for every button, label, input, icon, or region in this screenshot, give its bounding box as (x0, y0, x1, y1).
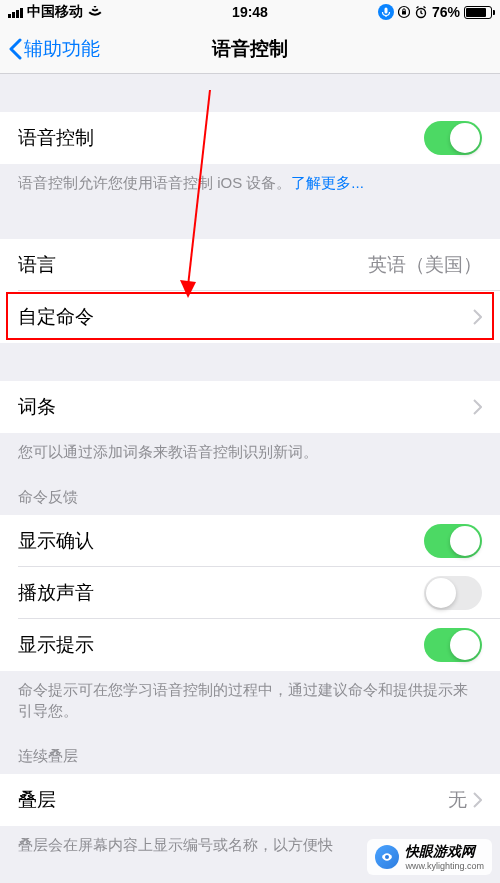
row-show-confirm[interactable]: 显示确认 (0, 515, 500, 567)
section-vocab: 词条 (0, 381, 500, 433)
svg-rect-3 (402, 11, 406, 15)
battery-pct: 76% (432, 4, 460, 20)
svg-rect-1 (384, 8, 387, 14)
vocab-label: 词条 (18, 394, 56, 420)
section-feedback: 显示确认 播放声音 显示提示 (0, 515, 500, 671)
status-time: 19:48 (232, 4, 268, 20)
overlay-header: 连续叠层 (0, 729, 500, 774)
watermark-logo-icon (375, 845, 399, 869)
watermark: 快眼游戏网 www.kylighting.com (367, 839, 492, 875)
voice-control-label: 语音控制 (18, 125, 94, 151)
alarm-icon (414, 5, 428, 19)
row-voice-control[interactable]: 语音控制 (0, 112, 500, 164)
row-language[interactable]: 语言 英语（美国） (0, 239, 500, 291)
status-right: 76% (378, 4, 492, 20)
voice-control-toggle[interactable] (424, 121, 482, 155)
feedback-header: 命令反馈 (0, 470, 500, 515)
chevron-left-icon (8, 38, 22, 60)
show-hints-toggle[interactable] (424, 628, 482, 662)
battery-icon (464, 6, 492, 19)
row-vocab[interactable]: 词条 (0, 381, 500, 433)
page-title: 语音控制 (212, 36, 288, 62)
custom-commands-label: 自定命令 (18, 304, 94, 330)
overlay-label: 叠层 (18, 787, 56, 813)
row-play-sound[interactable]: 播放声音 (0, 567, 500, 619)
section-language: 语言 英语（美国） 自定命令 (0, 239, 500, 343)
show-hints-label: 显示提示 (18, 632, 94, 658)
mic-status-icon (378, 4, 394, 20)
svg-point-7 (385, 855, 389, 859)
vocab-footer: 您可以通过添加词条来教语音控制识别新词。 (0, 433, 500, 470)
chevron-right-icon (473, 309, 482, 325)
show-confirm-label: 显示确认 (18, 528, 94, 554)
show-confirm-toggle[interactable] (424, 524, 482, 558)
feedback-footer: 命令提示可在您学习语音控制的过程中，通过建议命令和提供提示来引导您。 (0, 671, 500, 729)
lock-icon (398, 5, 410, 19)
section-voice-control: 语音控制 (0, 112, 500, 164)
back-label: 辅助功能 (24, 36, 100, 62)
nav-bar: 辅助功能 语音控制 (0, 24, 500, 74)
play-sound-toggle[interactable] (424, 576, 482, 610)
chevron-right-icon (473, 399, 482, 415)
back-button[interactable]: 辅助功能 (8, 36, 100, 62)
voice-control-footer: 语音控制允许您使用语音控制 iOS 设备。了解更多... (0, 164, 500, 201)
carrier-label: 中国移动 (27, 3, 83, 21)
learn-more-link[interactable]: 了解更多... (291, 174, 364, 191)
row-custom-commands[interactable]: 自定命令 (0, 291, 500, 343)
row-overlay[interactable]: 叠层 无 (0, 774, 500, 826)
language-value: 英语（美国） (368, 252, 482, 278)
row-show-hints[interactable]: 显示提示 (0, 619, 500, 671)
play-sound-label: 播放声音 (18, 580, 94, 606)
signal-icon (8, 6, 23, 18)
language-label: 语言 (18, 252, 56, 278)
chevron-right-icon (473, 792, 482, 808)
status-bar: 中国移动 19:48 76% (0, 0, 500, 24)
status-left: 中国移动 (8, 3, 103, 21)
overlay-value: 无 (448, 787, 467, 813)
wifi-icon (87, 6, 103, 18)
section-overlay: 叠层 无 (0, 774, 500, 826)
watermark-text: 快眼游戏网 www.kylighting.com (405, 843, 484, 871)
